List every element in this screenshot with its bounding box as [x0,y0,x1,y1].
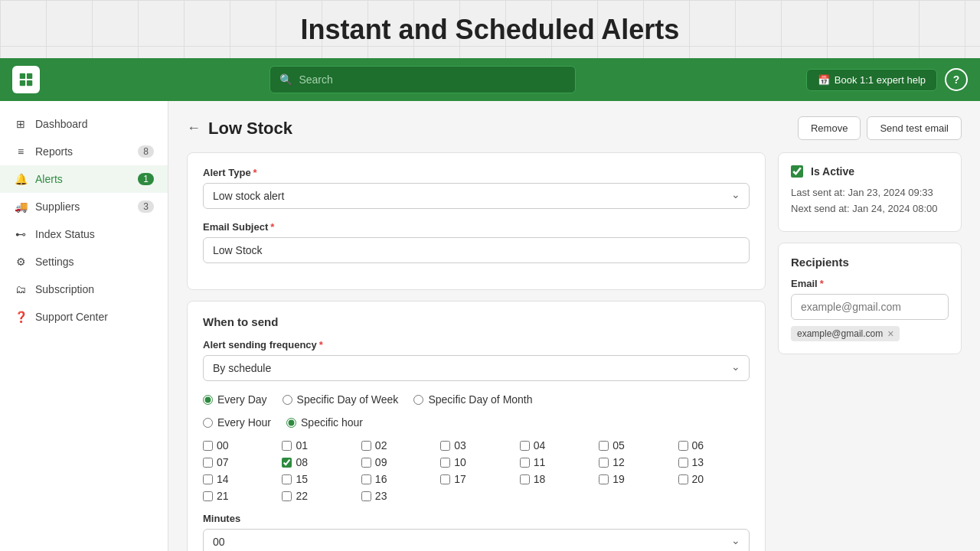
hour-00[interactable]: 00 [203,439,274,452]
minutes-group: Minutes 00 [203,513,750,551]
email-subject-label: Email Subject* [203,221,750,233]
alert-type-select[interactable]: Low stock alert [203,183,750,209]
reports-badge: 8 [138,145,154,158]
recipients-card: Recipients Email* example@gmail.com × [778,243,962,354]
radio-every-hour[interactable]: Every Hour [203,416,271,429]
is-active-row: Is Active [791,165,949,178]
frequency-select[interactable]: By schedule [203,355,750,381]
index-icon: ⊷ [14,227,28,241]
svg-rect-0 [20,73,25,79]
minutes-label: Minutes [203,513,750,524]
hour-03[interactable]: 03 [440,439,511,452]
app-body: ⊞ Dashboard ≡ Reports 8 🔔 Alerts 1 [0,101,980,551]
settings-icon: ⚙ [14,255,28,269]
email-subject-input[interactable] [203,237,750,263]
search-bar[interactable]: 🔍 [270,66,576,93]
search-input[interactable] [299,73,566,86]
svg-rect-2 [20,80,25,86]
hour-06[interactable]: 06 [678,439,750,452]
hour-12[interactable]: 12 [599,456,670,468]
sidebar-item-support[interactable]: ❓ Support Center [0,303,168,331]
search-icon: 🔍 [279,73,292,86]
radio-specific-month[interactable]: Specific Day of Month [413,393,532,406]
hour-19[interactable]: 19 [599,473,670,485]
email-subject-group: Email Subject* [203,221,750,263]
hour-21[interactable]: 21 [203,490,274,502]
minutes-select-wrap: 00 [203,529,750,551]
sidebar-item-suppliers[interactable]: 🚚 Suppliers 3 [0,193,168,220]
subscription-icon: 🗂 [14,282,28,296]
detail-title: Low Stock [208,119,292,139]
hour-15[interactable]: 15 [282,473,353,485]
day-radio-group: Every Day Specific Day of Week Specific … [203,393,750,406]
remove-button[interactable]: Remove [798,116,861,140]
sidebar-item-reports[interactable]: ≡ Reports 8 [0,138,168,165]
dashboard-icon: ⊞ [14,117,28,131]
when-to-send-header: When to send [203,315,750,328]
page-title: Instant and Scheduled Alerts [0,14,980,46]
hour-18[interactable]: 18 [520,473,591,485]
calendar-icon: 📅 [818,74,830,86]
hour-14[interactable]: 14 [203,473,274,485]
sidebar-item-alerts[interactable]: 🔔 Alerts 1 [0,165,168,193]
suppliers-icon: 🚚 [14,200,28,214]
book-expert-button[interactable]: 📅 Book 1:1 expert help [806,69,937,91]
hour-07[interactable]: 07 [203,456,274,468]
help-button[interactable]: ? [945,68,968,91]
side-column: Is Active Last sent at: Jan 23, 2024 09:… [778,152,962,551]
email-recipients-label: Email* [791,278,949,289]
alerts-badge: 1 [138,173,154,185]
hour-10[interactable]: 10 [440,456,511,468]
back-button[interactable]: ← [187,120,201,136]
hour-02[interactable]: 02 [361,439,433,452]
hour-mode-radio-group: Every Hour Specific hour [203,416,750,429]
hour-01[interactable]: 01 [282,439,353,452]
frequency-select-wrap: By schedule [203,355,750,381]
radio-specific-hour[interactable]: Specific hour [286,416,363,429]
sidebar-item-subscription[interactable]: 🗂 Subscription [0,276,168,303]
hour-22[interactable]: 22 [282,490,353,502]
sidebar-item-settings[interactable]: ⚙ Settings [0,248,168,276]
reports-icon: ≡ [14,145,28,158]
support-icon: ❓ [14,310,28,324]
remove-email-tag-button[interactable]: × [887,328,893,339]
sidebar: ⊞ Dashboard ≡ Reports 8 🔔 Alerts 1 [0,101,168,551]
hour-16[interactable]: 16 [361,473,433,485]
is-active-checkbox[interactable] [791,165,803,178]
hour-17[interactable]: 17 [440,473,511,485]
hour-23[interactable]: 23 [361,490,433,502]
alert-type-group: Alert Type* Low stock alert [203,167,750,209]
recipients-title: Recipients [791,256,949,269]
frequency-group: Alert sending frequency* By schedule [203,339,750,381]
alert-config-card: Alert Type* Low stock alert Email Subjec… [187,152,766,290]
minutes-select[interactable]: 00 [203,529,750,551]
hour-08[interactable]: 08 [282,456,353,468]
radio-every-day[interactable]: Every Day [203,393,267,406]
main-content: ← Low Stock Remove Send test email [168,101,980,551]
email-tag: example@gmail.com × [791,326,900,341]
alert-type-select-wrap: Low stock alert [203,183,750,209]
hour-09[interactable]: 09 [361,456,433,468]
svg-rect-3 [27,80,32,86]
app-logo [12,66,40,93]
alert-type-label: Alert Type* [203,167,750,178]
hour-20[interactable]: 20 [678,473,750,485]
last-sent-text: Last sent at: Jan 23, 2024 09:33 [791,187,949,198]
email-recipients-input[interactable] [791,294,949,320]
top-nav: 🔍 📅 Book 1:1 expert help ? [0,58,980,101]
when-to-send-card: When to send Alert sending frequency* By… [187,301,766,551]
hours-grid: 00 01 02 03 04 05 06 07 08 09 10 11 [203,439,750,502]
sidebar-item-dashboard[interactable]: ⊞ Dashboard [0,110,168,138]
suppliers-badge: 3 [138,201,154,213]
hour-05[interactable]: 05 [599,439,670,452]
page-header: ← Low Stock Remove Send test email [187,116,962,140]
hour-11[interactable]: 11 [520,456,591,468]
frequency-label: Alert sending frequency* [203,339,750,350]
sidebar-item-index-status[interactable]: ⊷ Index Status [0,220,168,248]
send-test-email-button[interactable]: Send test email [867,116,962,140]
form-column: Alert Type* Low stock alert Email Subjec… [187,152,766,551]
is-active-label: Is Active [811,165,854,178]
hour-04[interactable]: 04 [520,439,591,452]
radio-specific-week[interactable]: Specific Day of Week [283,393,399,406]
hour-13[interactable]: 13 [678,456,750,468]
